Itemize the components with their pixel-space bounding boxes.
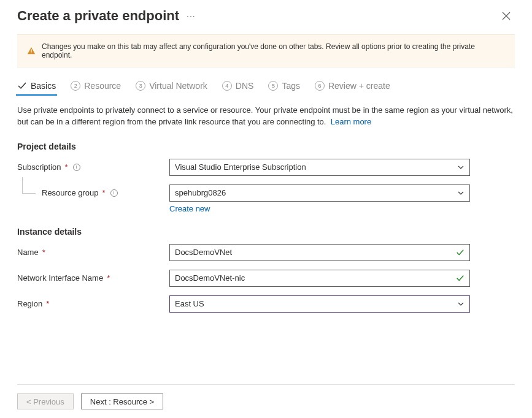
subscription-label: Subscription	[17, 162, 61, 172]
close-icon[interactable]	[498, 7, 515, 25]
name-value: DocsDemoVNet	[175, 248, 232, 257]
step-number-icon: 2	[71, 81, 80, 91]
nic-name-input[interactable]: DocsDemoVNet-nic	[169, 270, 470, 287]
tab-virtual-network[interactable]: 3 Virtual Network	[136, 81, 207, 94]
tab-tags[interactable]: 5 Tags	[268, 81, 300, 94]
subscription-select[interactable]: Visual Studio Enterprise Subscription	[169, 159, 470, 176]
info-icon[interactable]: i	[110, 189, 118, 197]
required-indicator: *	[102, 188, 106, 197]
svg-rect-3	[31, 53, 31, 53]
description-text: Use private endpoints to privately conne…	[17, 105, 513, 126]
chevron-down-icon	[457, 189, 465, 197]
resource-group-select[interactable]: spehubrg0826	[169, 184, 470, 202]
nic-name-value: DocsDemoVNet-nic	[175, 273, 245, 283]
validation-check-icon	[456, 248, 465, 257]
warning-icon	[27, 47, 36, 55]
tab-label: Review + create	[328, 81, 390, 91]
subscription-value: Visual Studio Enterprise Subscription	[175, 162, 306, 172]
tab-label: Basics	[31, 81, 56, 91]
validation-check-icon	[456, 274, 465, 283]
tab-basics[interactable]: Basics	[17, 81, 56, 94]
warning-banner-text: Changes you make on this tab may affect …	[42, 42, 505, 59]
chevron-down-icon	[457, 164, 465, 171]
step-number-icon: 4	[222, 81, 232, 91]
step-number-icon: 6	[315, 81, 325, 91]
nic-name-label: Network Interface Name	[17, 273, 103, 283]
tab-label: Tags	[282, 81, 300, 91]
step-number-icon: 3	[136, 81, 145, 91]
more-options-ellipsis[interactable]: ···	[187, 11, 196, 21]
required-indicator: *	[42, 248, 45, 257]
section-project-details: Project details	[17, 142, 515, 151]
section-instance-details: Instance details	[17, 227, 515, 237]
required-indicator: *	[46, 299, 49, 308]
create-new-resource-group-link[interactable]: Create new	[169, 204, 210, 213]
name-input[interactable]: DocsDemoVNet	[169, 244, 470, 261]
next-button[interactable]: Next : Resource >	[81, 393, 163, 409]
region-label: Region	[17, 299, 42, 308]
wizard-tabs: Basics 2 Resource 3 Virtual Network 4 DN…	[17, 81, 515, 94]
chevron-down-icon	[457, 300, 465, 308]
basics-description: Use private endpoints to privately conne…	[17, 105, 515, 128]
tab-label: Virtual Network	[149, 81, 207, 91]
warning-banner: Changes you make on this tab may affect …	[17, 34, 515, 67]
name-label: Name	[17, 248, 39, 257]
tab-dns[interactable]: 4 DNS	[222, 81, 254, 94]
region-value: East US	[175, 299, 204, 308]
tab-resource[interactable]: 2 Resource	[71, 81, 121, 94]
previous-button[interactable]: < Previous	[17, 393, 74, 409]
svg-rect-2	[31, 49, 31, 51]
tab-label: DNS	[236, 81, 254, 91]
required-indicator: *	[107, 273, 110, 283]
required-indicator: *	[65, 162, 68, 172]
region-select[interactable]: East US	[169, 295, 470, 313]
resource-group-value: spehubrg0826	[175, 188, 226, 197]
resource-group-label: Resource group	[42, 188, 99, 197]
step-number-icon: 5	[268, 81, 278, 91]
learn-more-link[interactable]: Learn more	[331, 117, 371, 126]
wizard-footer: < Previous Next : Resource >	[17, 384, 515, 409]
tab-review-create[interactable]: 6 Review + create	[315, 81, 390, 94]
checkmark-icon	[17, 81, 27, 91]
tab-label: Resource	[84, 81, 121, 91]
page-title: Create a private endpoint	[17, 8, 179, 24]
info-icon[interactable]: i	[73, 164, 80, 171]
